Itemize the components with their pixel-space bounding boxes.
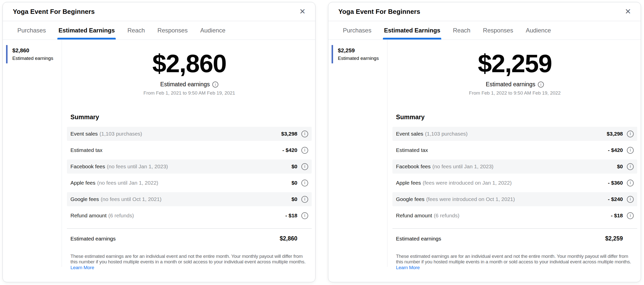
modal-header: Yoga Event For Beginners ✕	[3, 2, 315, 21]
tab-reach[interactable]: Reach	[126, 21, 146, 39]
tab-reach[interactable]: Reach	[452, 21, 471, 39]
info-icon[interactable]: i	[301, 147, 308, 154]
modal-title: Yoga Event For Beginners	[13, 8, 95, 16]
earnings-hero: $2,860 Estimated earnings i From Feb 1, …	[67, 51, 312, 96]
tab-audience[interactable]: Audience	[199, 21, 226, 39]
row-value: $3,298	[607, 131, 623, 137]
metrics-sidebar: $2,259 Estimated earnings	[328, 40, 387, 282]
modal-body: $2,860 Estimated earnings $2,860 Estimat…	[3, 40, 315, 282]
info-icon[interactable]: i	[627, 212, 634, 219]
info-glyph: i	[304, 164, 305, 169]
table-row-google-fees: Google fees (fees were introduced on Oct…	[392, 192, 637, 206]
table-row-apple-fees: Apple fees (fees were introduced on Jan …	[392, 176, 637, 190]
disclaimer-line: These estimated earnings are for an indi…	[396, 254, 634, 259]
total-label: Estimated earnings	[70, 236, 116, 242]
row-label: Refund amount	[396, 213, 432, 219]
modal-body: $2,259 Estimated earnings $2,259 Estimat…	[328, 40, 641, 282]
earnings-hero: $2,259 Estimated earnings i From Feb 1, …	[392, 51, 637, 96]
total-row: Estimated earnings $2,259	[392, 228, 637, 242]
row-note: (6 refunds)	[434, 213, 460, 219]
sidebar-item-estimated-earnings[interactable]: $2,860 Estimated earnings	[3, 45, 62, 63]
total-value: $2,860	[280, 235, 297, 242]
info-icon[interactable]: i	[627, 180, 634, 186]
row-label: Event sales	[70, 131, 98, 137]
total-value: $2,259	[605, 235, 623, 242]
row-value: $0	[292, 180, 297, 186]
active-item-rail	[332, 45, 333, 63]
info-glyph: i	[630, 132, 631, 136]
disclaimer: These estimated earnings are for an indi…	[396, 254, 634, 270]
hero-amount: $2,259	[392, 51, 637, 76]
row-label: Apple fees	[70, 180, 95, 186]
tab-bar: Purchases Estimated Earnings Reach Respo…	[328, 21, 641, 40]
tab-audience[interactable]: Audience	[525, 21, 552, 39]
hero-amount: $2,860	[67, 51, 312, 76]
tab-estimated-earnings[interactable]: Estimated Earnings	[383, 21, 441, 39]
table-row-event-sales: Event sales (1,103 purchases) $3,298 i	[67, 127, 312, 141]
active-item-rail	[6, 45, 8, 63]
modal-header: Yoga Event For Beginners ✕	[328, 2, 641, 21]
info-icon[interactable]: i	[301, 196, 308, 203]
info-icon[interactable]: i	[627, 163, 634, 170]
info-glyph: i	[304, 148, 305, 152]
row-value: - $360	[608, 180, 623, 186]
row-value: - $240	[608, 196, 623, 202]
info-icon[interactable]: i	[301, 212, 308, 219]
table-row-apple-fees: Apple fees (no fees until Jan 1, 2022) $…	[67, 176, 312, 190]
close-button[interactable]: ✕	[298, 7, 307, 16]
row-value: $0	[292, 164, 297, 170]
row-label: Apple fees	[396, 180, 421, 186]
summary-heading: Summary	[70, 113, 308, 121]
summary-table: Event sales (1,103 purchases) $3,298 i E…	[67, 127, 312, 225]
row-note: (no fees until Oct 1, 2021)	[101, 196, 162, 202]
info-icon[interactable]: i	[538, 82, 544, 88]
row-note: (fees were introduced on Jan 1, 2022)	[423, 180, 512, 186]
tab-responses[interactable]: Responses	[156, 21, 189, 39]
info-glyph: i	[630, 181, 631, 185]
info-glyph: i	[304, 197, 305, 201]
info-icon[interactable]: i	[301, 131, 308, 137]
info-glyph: i	[304, 213, 305, 218]
event-insights-modal: Yoga Event For Beginners ✕ Purchases Est…	[3, 2, 315, 282]
row-label: Google fees	[396, 196, 424, 202]
info-icon[interactable]: i	[627, 147, 634, 154]
row-note: (fees were introduced on Oct 1, 2021)	[426, 196, 515, 202]
info-icon[interactable]: i	[301, 180, 308, 186]
summary-table: Event sales (1,103 purchases) $3,298 i E…	[392, 127, 637, 225]
info-glyph: i	[630, 148, 631, 152]
close-button[interactable]: ✕	[624, 7, 632, 16]
disclaimer-line: These estimated earnings are for an indi…	[70, 254, 308, 259]
info-icon[interactable]: i	[627, 196, 634, 203]
row-note: (no fees until Jan 1, 2023)	[432, 164, 494, 170]
row-label: Facebook fees	[396, 164, 431, 170]
event-insights-modal: Yoga Event For Beginners ✕ Purchases Est…	[328, 2, 641, 282]
tab-purchases[interactable]: Purchases	[342, 21, 372, 39]
info-glyph: i	[540, 83, 541, 87]
total-label: Estimated earnings	[396, 236, 441, 242]
info-icon[interactable]: i	[301, 163, 308, 170]
sidebar-item-estimated-earnings[interactable]: $2,259 Estimated earnings	[328, 45, 387, 63]
hero-label-row: Estimated earnings i	[392, 81, 637, 88]
date-range: From Feb 1, 2022 to 9:50 AM Feb 19, 2022	[392, 90, 637, 96]
table-row-refund-amount: Refund amount (6 refunds) - $18 i	[392, 209, 637, 223]
row-note: (1,103 purchases)	[100, 131, 142, 137]
table-row-event-sales: Event sales (1,103 purchases) $3,298 i	[392, 127, 637, 141]
metrics-sidebar: $2,860 Estimated earnings	[3, 40, 62, 282]
learn-more-link[interactable]: Learn More	[396, 265, 420, 270]
row-label: Google fees	[70, 196, 99, 202]
info-glyph: i	[630, 213, 631, 218]
row-value: $0	[617, 164, 623, 170]
earnings-panel: $2,860 Estimated earnings i From Feb 1, …	[62, 40, 315, 282]
learn-more-link[interactable]: Learn More	[70, 265, 94, 270]
tab-responses[interactable]: Responses	[482, 21, 514, 39]
tab-purchases[interactable]: Purchases	[16, 21, 47, 39]
row-label: Estimated tax	[70, 147, 102, 153]
info-icon[interactable]: i	[212, 82, 218, 88]
tab-estimated-earnings[interactable]: Estimated Earnings	[57, 21, 116, 39]
info-glyph: i	[630, 164, 631, 169]
close-icon: ✕	[625, 7, 631, 16]
row-value: - $420	[282, 147, 297, 153]
sidebar-amount: $2,860	[12, 47, 59, 54]
info-icon[interactable]: i	[627, 131, 634, 137]
row-note: (no fees until Jan 1, 2023)	[107, 164, 168, 170]
